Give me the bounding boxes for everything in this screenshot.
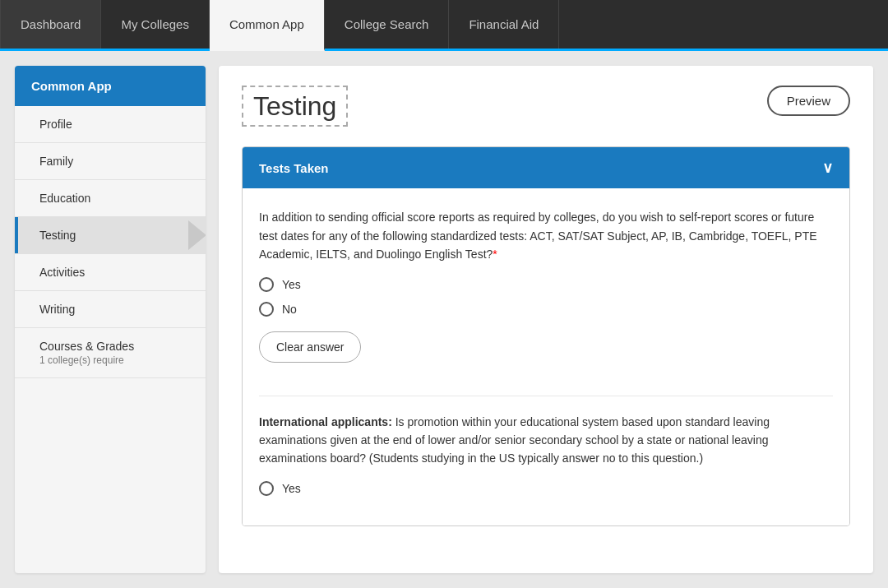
main-layout: Common App Profile Family Education Test… [0, 51, 888, 588]
sidebar-item-activities[interactable]: Activities [15, 254, 206, 291]
page-title: Testing [242, 86, 348, 127]
tab-common-app[interactable]: Common App [210, 0, 325, 51]
tab-dashboard[interactable]: Dashboard [0, 0, 101, 49]
radio-label-no: No [282, 303, 297, 316]
section-header-tests-taken[interactable]: Tests Taken ∨ [243, 147, 849, 188]
sidebar-item-profile[interactable]: Profile [15, 106, 206, 143]
section-title: Tests Taken [259, 161, 328, 175]
content-area: Testing Preview Tests Taken ∨ In additio… [219, 66, 873, 573]
sidebar: Common App Profile Family Education Test… [15, 66, 206, 573]
radio-label-intl-yes: Yes [282, 482, 301, 495]
question2-text: International applicants: Is promotion w… [259, 413, 833, 468]
tab-financial-aid[interactable]: Financial Aid [449, 0, 559, 49]
sidebar-item-testing[interactable]: Testing [15, 217, 206, 254]
radio-intl-yes[interactable]: Yes [259, 481, 833, 496]
radio-yes[interactable]: Yes [259, 277, 833, 292]
chevron-down-icon: ∨ [822, 159, 833, 177]
question1-text: In addition to sending official score re… [259, 208, 833, 263]
sidebar-item-courses-grades-sub: 1 college(s) require [39, 354, 189, 366]
clear-answer-button[interactable]: Clear answer [259, 331, 361, 363]
sidebar-item-courses-grades-label: Courses & Grades [39, 340, 189, 353]
tab-my-colleges[interactable]: My Colleges [101, 0, 210, 49]
sidebar-item-writing[interactable]: Writing [15, 291, 206, 328]
radio-no[interactable]: No [259, 302, 833, 317]
preview-button[interactable]: Preview [767, 86, 850, 116]
top-navigation: Dashboard My Colleges Common App College… [0, 0, 888, 51]
required-star: * [493, 248, 497, 261]
sidebar-item-family[interactable]: Family [15, 143, 206, 180]
radio-circle-intl-yes [259, 481, 274, 496]
sidebar-item-education[interactable]: Education [15, 180, 206, 217]
section-body: In addition to sending official score re… [243, 188, 849, 525]
radio-circle-no [259, 302, 274, 317]
sidebar-header: Common App [15, 66, 206, 106]
tab-college-search[interactable]: College Search [325, 0, 450, 49]
page-title-row: Testing Preview [242, 86, 850, 127]
tests-taken-section: Tests Taken ∨ In addition to sending off… [242, 146, 850, 525]
radio-label-yes: Yes [282, 278, 301, 291]
sidebar-item-courses-grades[interactable]: Courses & Grades 1 college(s) require [15, 328, 206, 378]
question2-bold: International applicants: [259, 415, 392, 428]
radio-circle-yes [259, 277, 274, 292]
divider [259, 396, 833, 396]
